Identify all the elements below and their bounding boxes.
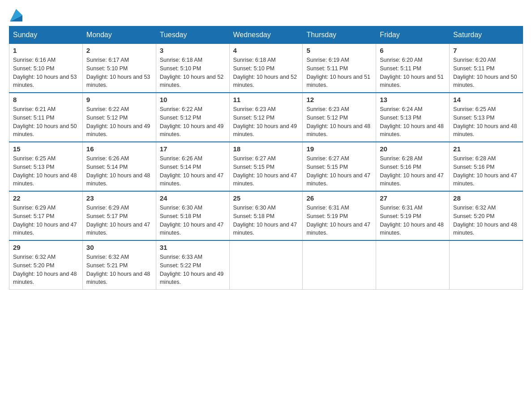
day-info: Sunrise: 6:20 AMSunset: 5:11 PMDaylight:… (380, 56, 446, 90)
day-number: 28 (453, 194, 519, 202)
day-info: Sunrise: 6:17 AMSunset: 5:10 PMDaylight:… (86, 56, 152, 90)
calendar-day-cell: 8Sunrise: 6:21 AMSunset: 5:11 PMDaylight… (9, 93, 83, 142)
day-info: Sunrise: 6:29 AMSunset: 5:17 PMDaylight:… (86, 204, 152, 237)
calendar-day-cell: 12Sunrise: 6:23 AMSunset: 5:12 PMDayligh… (303, 93, 376, 142)
calendar-day-cell: 28Sunrise: 6:32 AMSunset: 5:20 PMDayligh… (450, 191, 523, 240)
day-number: 16 (86, 145, 152, 153)
day-info: Sunrise: 6:16 AMSunset: 5:10 PMDaylight:… (13, 56, 79, 90)
calendar-week-row: 1Sunrise: 6:16 AMSunset: 5:10 PMDaylight… (9, 44, 523, 93)
calendar-day-cell: 24Sunrise: 6:30 AMSunset: 5:18 PMDayligh… (156, 191, 229, 240)
day-info: Sunrise: 6:20 AMSunset: 5:11 PMDaylight:… (453, 56, 519, 90)
day-number: 1 (13, 47, 79, 54)
day-number: 25 (233, 194, 299, 202)
calendar-empty-cell (303, 240, 376, 290)
day-info: Sunrise: 6:32 AMSunset: 5:21 PMDaylight:… (86, 253, 152, 287)
calendar-day-cell: 30Sunrise: 6:32 AMSunset: 5:21 PMDayligh… (82, 240, 156, 290)
calendar-day-cell: 9Sunrise: 6:22 AMSunset: 5:12 PMDaylight… (82, 93, 156, 142)
day-number: 26 (306, 194, 372, 202)
day-number: 31 (160, 244, 226, 251)
day-number: 14 (453, 96, 519, 103)
day-info: Sunrise: 6:29 AMSunset: 5:17 PMDaylight:… (13, 204, 79, 237)
calendar-day-cell: 16Sunrise: 6:26 AMSunset: 5:14 PMDayligh… (82, 142, 156, 191)
day-number: 8 (13, 96, 79, 103)
day-info: Sunrise: 6:27 AMSunset: 5:15 PMDaylight:… (233, 154, 299, 188)
day-number: 3 (160, 47, 226, 54)
calendar-day-cell: 31Sunrise: 6:33 AMSunset: 5:22 PMDayligh… (156, 240, 229, 290)
day-number: 6 (380, 47, 446, 54)
day-info: Sunrise: 6:31 AMSunset: 5:19 PMDaylight:… (380, 204, 446, 237)
calendar-day-cell: 29Sunrise: 6:32 AMSunset: 5:20 PMDayligh… (9, 240, 83, 290)
calendar-day-cell: 6Sunrise: 6:20 AMSunset: 5:11 PMDaylight… (376, 44, 450, 93)
calendar-empty-cell (450, 240, 523, 290)
calendar-day-cell: 3Sunrise: 6:18 AMSunset: 5:10 PMDaylight… (156, 44, 229, 93)
calendar-day-cell: 7Sunrise: 6:20 AMSunset: 5:11 PMDaylight… (450, 44, 523, 93)
day-number: 5 (306, 47, 372, 54)
day-info: Sunrise: 6:23 AMSunset: 5:12 PMDaylight:… (306, 105, 372, 139)
calendar-header-friday: Friday (376, 26, 450, 44)
day-number: 12 (306, 96, 372, 103)
day-info: Sunrise: 6:19 AMSunset: 5:11 PMDaylight:… (306, 56, 372, 90)
calendar-day-cell: 10Sunrise: 6:22 AMSunset: 5:12 PMDayligh… (156, 93, 229, 142)
logo-icon (10, 9, 22, 21)
day-info: Sunrise: 6:21 AMSunset: 5:11 PMDaylight:… (13, 105, 79, 139)
day-info: Sunrise: 6:18 AMSunset: 5:10 PMDaylight:… (233, 56, 299, 90)
day-info: Sunrise: 6:23 AMSunset: 5:12 PMDaylight:… (233, 105, 299, 139)
day-info: Sunrise: 6:32 AMSunset: 5:20 PMDaylight:… (13, 253, 79, 287)
calendar-empty-cell (376, 240, 450, 290)
day-info: Sunrise: 6:26 AMSunset: 5:14 PMDaylight:… (86, 154, 152, 188)
day-number: 19 (306, 145, 372, 153)
day-info: Sunrise: 6:25 AMSunset: 5:13 PMDaylight:… (13, 154, 79, 188)
calendar-header-row: SundayMondayTuesdayWednesdayThursdayFrid… (9, 26, 523, 44)
calendar-day-cell: 18Sunrise: 6:27 AMSunset: 5:15 PMDayligh… (229, 142, 303, 191)
calendar-day-cell: 13Sunrise: 6:24 AMSunset: 5:13 PMDayligh… (376, 93, 450, 142)
day-info: Sunrise: 6:18 AMSunset: 5:10 PMDaylight:… (160, 56, 226, 90)
calendar-day-cell: 15Sunrise: 6:25 AMSunset: 5:13 PMDayligh… (9, 142, 83, 191)
calendar-day-cell: 2Sunrise: 6:17 AMSunset: 5:10 PMDaylight… (82, 44, 156, 93)
day-info: Sunrise: 6:30 AMSunset: 5:18 PMDaylight:… (160, 204, 226, 237)
calendar-week-row: 22Sunrise: 6:29 AMSunset: 5:17 PMDayligh… (9, 191, 523, 240)
calendar-week-row: 29Sunrise: 6:32 AMSunset: 5:20 PMDayligh… (9, 240, 523, 290)
calendar-day-cell: 1Sunrise: 6:16 AMSunset: 5:10 PMDaylight… (9, 44, 83, 93)
day-number: 21 (453, 145, 519, 153)
calendar-day-cell: 17Sunrise: 6:26 AMSunset: 5:14 PMDayligh… (156, 142, 229, 191)
calendar-day-cell: 26Sunrise: 6:31 AMSunset: 5:19 PMDayligh… (303, 191, 376, 240)
calendar-table: SundayMondayTuesdayWednesdayThursdayFrid… (9, 26, 523, 290)
day-info: Sunrise: 6:26 AMSunset: 5:14 PMDaylight:… (160, 154, 226, 188)
calendar-header-monday: Monday (82, 26, 156, 44)
calendar-day-cell: 5Sunrise: 6:19 AMSunset: 5:11 PMDaylight… (303, 44, 376, 93)
day-number: 17 (160, 145, 226, 153)
day-number: 11 (233, 96, 299, 103)
calendar-week-row: 8Sunrise: 6:21 AMSunset: 5:11 PMDaylight… (9, 93, 523, 142)
calendar-day-cell: 14Sunrise: 6:25 AMSunset: 5:13 PMDayligh… (450, 93, 523, 142)
day-number: 20 (380, 145, 446, 153)
day-info: Sunrise: 6:28 AMSunset: 5:16 PMDaylight:… (380, 154, 446, 188)
day-number: 29 (13, 244, 79, 251)
day-info: Sunrise: 6:31 AMSunset: 5:19 PMDaylight:… (306, 204, 372, 237)
calendar-day-cell: 20Sunrise: 6:28 AMSunset: 5:16 PMDayligh… (376, 142, 450, 191)
calendar-header-thursday: Thursday (303, 26, 376, 44)
day-number: 30 (86, 244, 152, 251)
page-header (9, 9, 523, 21)
day-info: Sunrise: 6:24 AMSunset: 5:13 PMDaylight:… (380, 105, 446, 139)
calendar-day-cell: 27Sunrise: 6:31 AMSunset: 5:19 PMDayligh… (376, 191, 450, 240)
calendar-header-tuesday: Tuesday (156, 26, 229, 44)
day-number: 13 (380, 96, 446, 103)
calendar-day-cell: 25Sunrise: 6:30 AMSunset: 5:18 PMDayligh… (229, 191, 303, 240)
calendar-empty-cell (229, 240, 303, 290)
day-number: 18 (233, 145, 299, 153)
day-number: 4 (233, 47, 299, 54)
day-info: Sunrise: 6:22 AMSunset: 5:12 PMDaylight:… (86, 105, 152, 139)
calendar-day-cell: 19Sunrise: 6:27 AMSunset: 5:15 PMDayligh… (303, 142, 376, 191)
day-info: Sunrise: 6:28 AMSunset: 5:16 PMDaylight:… (453, 154, 519, 188)
calendar-week-row: 15Sunrise: 6:25 AMSunset: 5:13 PMDayligh… (9, 142, 523, 191)
day-info: Sunrise: 6:30 AMSunset: 5:18 PMDaylight:… (233, 204, 299, 237)
day-number: 23 (86, 194, 152, 202)
day-number: 2 (86, 47, 152, 54)
calendar-day-cell: 4Sunrise: 6:18 AMSunset: 5:10 PMDaylight… (229, 44, 303, 93)
day-info: Sunrise: 6:22 AMSunset: 5:12 PMDaylight:… (160, 105, 226, 139)
calendar-day-cell: 23Sunrise: 6:29 AMSunset: 5:17 PMDayligh… (82, 191, 156, 240)
day-number: 10 (160, 96, 226, 103)
day-number: 7 (453, 47, 519, 54)
calendar-header-wednesday: Wednesday (229, 26, 303, 44)
calendar-day-cell: 11Sunrise: 6:23 AMSunset: 5:12 PMDayligh… (229, 93, 303, 142)
